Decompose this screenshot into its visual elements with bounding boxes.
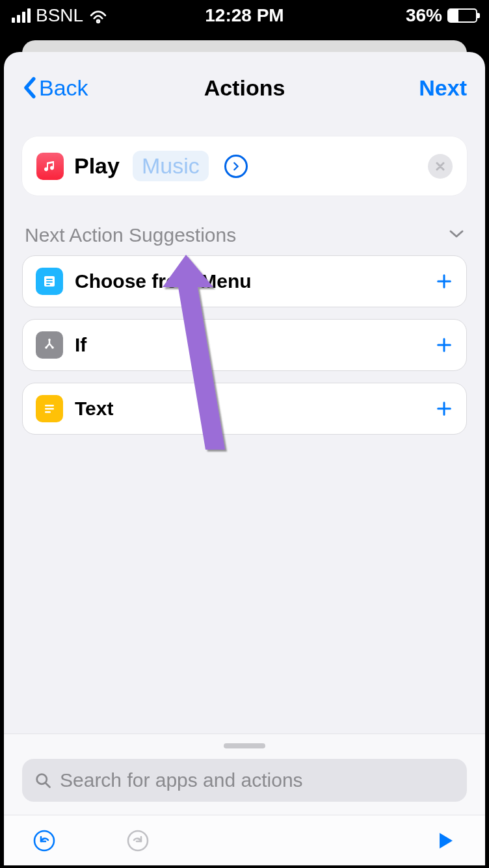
plus-icon (435, 336, 453, 354)
svg-point-6 (51, 346, 54, 349)
redo-button[interactable] (124, 826, 152, 855)
suggestion-label: Choose from Menu (75, 270, 252, 292)
suggestion-if[interactable]: If (22, 319, 467, 371)
signal-bars-icon (12, 8, 31, 23)
close-icon (435, 161, 445, 172)
menu-icon (36, 268, 63, 295)
svg-rect-1 (46, 279, 53, 280)
battery-percent-label: 36% (406, 5, 442, 26)
status-bar: BSNL 12:28 PM 36% (0, 0, 489, 31)
grabber-handle[interactable] (224, 743, 265, 748)
suggestion-text[interactable]: Text (22, 383, 467, 435)
action-card-play-music[interactable]: Play Music (22, 136, 467, 196)
suggestion-label: If (75, 334, 86, 356)
carrier-label: BSNL (36, 5, 83, 26)
chevron-right-icon (231, 162, 241, 171)
back-label: Back (39, 75, 88, 101)
run-button[interactable] (430, 826, 459, 855)
nav-bar: Back Actions Next (4, 52, 485, 123)
expand-action-button[interactable] (224, 155, 248, 178)
suggestion-label: Text (75, 398, 113, 420)
undo-button[interactable] (30, 826, 59, 855)
status-bar-time: 12:28 PM (205, 5, 284, 26)
svg-rect-7 (45, 405, 54, 407)
battery-icon (447, 8, 477, 23)
branch-icon (36, 331, 63, 359)
svg-point-10 (37, 774, 47, 784)
chevron-left-icon (22, 77, 36, 99)
undo-icon (33, 829, 56, 852)
add-suggestion-button[interactable] (435, 272, 453, 290)
status-bar-left: BSNL (12, 5, 108, 26)
svg-rect-2 (46, 281, 53, 283)
svg-rect-3 (46, 284, 50, 285)
search-input[interactable]: Search for apps and actions (22, 759, 467, 802)
status-bar-right: 36% (406, 5, 477, 26)
modal-sheet: Back Actions Next Play Music (4, 52, 485, 865)
add-suggestion-button[interactable] (435, 336, 453, 354)
next-button[interactable]: Next (419, 75, 467, 101)
redo-icon (126, 829, 150, 852)
apple-music-icon (36, 153, 64, 180)
suggestions-header[interactable]: Next Action Suggestions (22, 224, 467, 246)
svg-rect-9 (45, 411, 51, 413)
suggestion-choose-from-menu[interactable]: Choose from Menu (22, 255, 467, 307)
next-label: Next (419, 75, 467, 101)
back-button[interactable]: Back (22, 75, 88, 101)
page-title: Actions (204, 75, 285, 101)
svg-point-4 (48, 338, 51, 341)
svg-rect-8 (45, 408, 54, 410)
bottom-panel: Search for apps and actions (4, 734, 485, 865)
toolbar (4, 815, 485, 865)
plus-icon (435, 272, 453, 290)
clear-action-button[interactable] (428, 154, 453, 179)
add-suggestion-button[interactable] (435, 400, 453, 418)
plus-icon (435, 400, 453, 418)
play-icon (433, 829, 456, 852)
action-parameter-music[interactable]: Music (133, 151, 209, 181)
search-placeholder: Search for apps and actions (60, 769, 303, 791)
suggestions-title: Next Action Suggestions (25, 224, 236, 246)
text-icon (36, 395, 63, 422)
wifi-icon (88, 8, 108, 23)
device-frame: BSNL 12:28 PM 36% Back Actions Next (0, 0, 489, 868)
svg-point-5 (45, 346, 47, 349)
chevron-down-icon (449, 229, 464, 241)
action-verb: Play (74, 153, 120, 179)
search-icon (34, 771, 52, 789)
